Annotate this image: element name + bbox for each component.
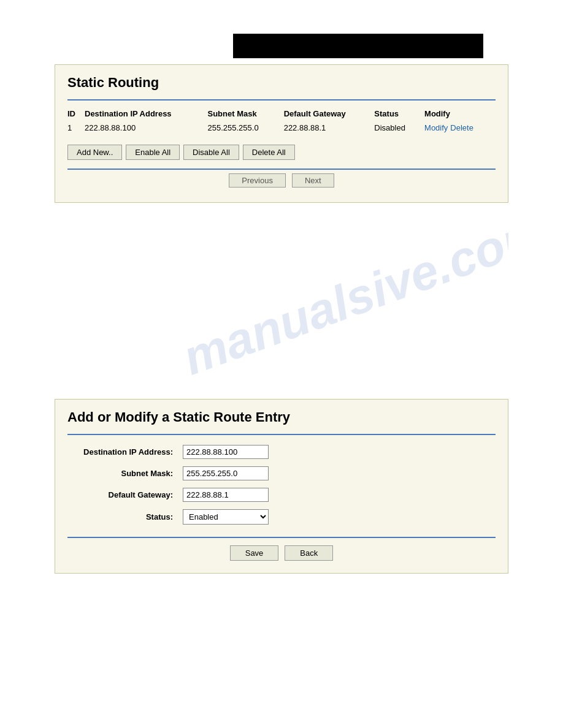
subnet-row: Subnet Mask:: [67, 463, 496, 484]
status-row: Status: Enabled Disabled: [67, 506, 496, 528]
status-select[interactable]: Enabled Disabled: [183, 509, 269, 525]
dest-ip-input[interactable]: [183, 445, 269, 459]
delete-all-button[interactable]: Delete All: [243, 145, 295, 160]
top-bar: [233, 34, 483, 58]
dest-ip-row: Destination IP Address:: [67, 441, 496, 463]
gateway-label: Default Gateway:: [67, 484, 178, 506]
save-button[interactable]: Save: [230, 545, 279, 561]
dest-ip-label: Destination IP Address:: [67, 441, 178, 463]
col-subnet: Subnet Mask: [205, 107, 281, 121]
subnet-input[interactable]: [183, 466, 269, 480]
watermark-area: manualsive.com: [55, 215, 508, 399]
col-modify: Modify: [422, 107, 496, 121]
gateway-row: Default Gateway:: [67, 484, 496, 506]
row-status: Disabled: [372, 121, 422, 135]
static-routing-title: Static Routing: [67, 75, 496, 91]
add-new-button[interactable]: Add New..: [67, 145, 122, 160]
row-gateway: 222.88.88.1: [282, 121, 372, 135]
add-modify-form: Destination IP Address: Subnet Mask: Def…: [67, 441, 496, 528]
static-routing-section: Static Routing ID Destination IP Address…: [55, 64, 508, 203]
col-status: Status: [372, 107, 422, 121]
add-modify-title: Add or Modify a Static Route Entry: [67, 409, 496, 425]
table-row: 1 222.88.88.100 255.255.255.0 222.88.88.…: [67, 121, 496, 135]
col-gateway: Default Gateway: [282, 107, 372, 121]
add-modify-section: Add or Modify a Static Route Entry Desti…: [55, 399, 508, 574]
col-id: ID: [67, 107, 82, 121]
delete-link[interactable]: Delete: [450, 123, 473, 132]
routing-table: ID Destination IP Address Subnet Mask De…: [67, 107, 496, 135]
col-dest-ip: Destination IP Address: [82, 107, 205, 121]
disable-all-button[interactable]: Disable All: [183, 145, 239, 160]
next-button[interactable]: Next: [292, 173, 334, 188]
pagination: Previous Next: [67, 169, 496, 190]
row-dest-ip: 222.88.88.100: [82, 121, 205, 135]
modify-top-divider: [67, 434, 496, 435]
row-actions: ModifyDelete: [422, 121, 496, 135]
status-label: Status:: [67, 506, 178, 528]
top-divider: [67, 99, 496, 100]
row-id: 1: [67, 121, 82, 135]
subnet-label: Subnet Mask:: [67, 463, 178, 484]
watermark-text: manualsive.com: [176, 215, 508, 387]
gateway-input[interactable]: [183, 488, 269, 502]
back-button[interactable]: Back: [285, 545, 333, 561]
enable-all-button[interactable]: Enable All: [126, 145, 180, 160]
row-subnet: 255.255.255.0: [205, 121, 281, 135]
modify-link[interactable]: Modify: [424, 123, 448, 132]
previous-button[interactable]: Previous: [229, 173, 286, 188]
table-buttons: Add New.. Enable All Disable All Delete …: [67, 145, 496, 160]
form-actions: Save Back: [67, 537, 496, 561]
